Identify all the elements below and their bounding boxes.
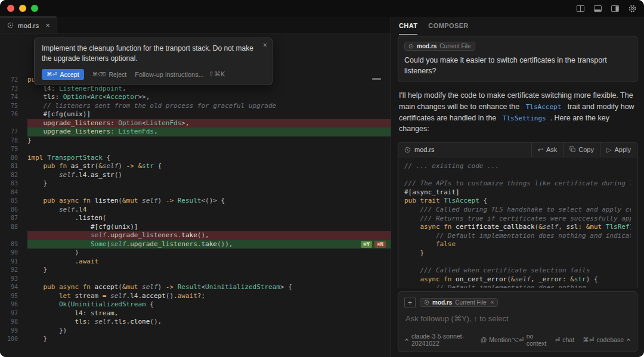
followup-instructions-button[interactable]: Follow-up instructions... ⇧⌘K: [135, 70, 225, 78]
line-number: 76: [0, 110, 27, 119]
code-line: 79: [0, 145, 391, 154]
chevron-up-icon: [626, 337, 631, 342]
rust-file-icon: [7, 22, 14, 29]
line-number: 96: [0, 300, 27, 309]
line-number: 90: [0, 249, 27, 257]
chat-submit-button[interactable]: ⏎ chat: [555, 336, 574, 343]
context-chip[interactable]: mod.rs Current File: [404, 42, 475, 51]
split-editor-icon[interactable]: [576, 4, 585, 13]
line-number: 95: [0, 292, 27, 301]
inline-code-chip: TlsSettings: [500, 114, 549, 122]
line-number: 79: [0, 145, 27, 154]
apply-button[interactable]: ▷ Apply: [600, 142, 637, 157]
reject-button[interactable]: ⌘⌫ Reject: [92, 71, 127, 78]
window-controls: [7, 5, 38, 12]
chip-filename: mod.rs: [432, 299, 452, 306]
diff-accept-badge[interactable]: ⌘Y: [361, 241, 372, 248]
code-line: 98 tls: self.tls.clone(),: [0, 318, 391, 327]
code-editor[interactable]: 72pub(crate) struct TransportStack {73 l…: [0, 34, 391, 357]
line-number: [0, 231, 27, 240]
code-line: async fn certificate_callback(&self, ssl…: [404, 223, 631, 232]
inline-code-chip: TlsAccept: [524, 103, 564, 111]
app-window: mod.rs × 72pub(crate) struct TransportSt…: [0, 0, 644, 357]
apply-play-icon: ▷: [606, 146, 611, 154]
code-line: 90 ): [0, 249, 391, 257]
context-chip[interactable]: mod.rs Current File ×: [420, 298, 498, 307]
code-line: /// Called when certificate selection fa…: [404, 266, 631, 275]
diff-reject-badge[interactable]: ⌘N: [374, 241, 386, 248]
editor-code: 72pub(crate) struct TransportStack {73 l…: [0, 76, 391, 344]
user-message: mod.rs Current File Could you make it ea…: [398, 36, 637, 82]
line-number: 72: [0, 76, 27, 85]
toggle-panel-icon[interactable]: [593, 4, 602, 13]
copy-button[interactable]: Copy: [563, 142, 600, 157]
mention-button[interactable]: @ Mention: [481, 336, 512, 343]
chat-tab-bar: CHAT COMPOSER: [391, 17, 644, 35]
line-number: 81: [0, 162, 27, 171]
code-line: #[async_trait]: [404, 188, 631, 197]
code-line: /// The APIs to customize things like ce…: [404, 179, 631, 188]
line-number: 91: [0, 257, 27, 266]
rust-file-icon: [424, 300, 429, 305]
line-number: 99: [0, 327, 27, 336]
code-line: 75 // listeners sent from the old proces…: [0, 102, 391, 111]
ask-button[interactable]: ↩ Ask: [531, 142, 564, 157]
ask-arrow-icon: ↩: [538, 146, 543, 154]
close-window-button[interactable]: [7, 5, 14, 12]
chip-close-icon[interactable]: ×: [491, 299, 494, 306]
no-context-button[interactable]: ⌥⏎ no context: [512, 333, 547, 347]
chip-tag: Current File: [439, 43, 470, 49]
accept-shortcut: ⌘⏎: [47, 71, 57, 77]
followup-input[interactable]: Ask followup (⌘Y), ↑ to select: [405, 314, 631, 323]
code-line: 99 }): [0, 327, 391, 336]
chat-input-box[interactable]: + mod.rs Current File × Ask followup (⌘Y…: [398, 291, 637, 352]
zoom-window-button[interactable]: [31, 5, 38, 12]
add-context-button[interactable]: +: [404, 297, 416, 308]
code-line: 80impl TransportStack {: [0, 154, 391, 163]
line-number: 77: [0, 128, 27, 136]
chat-history[interactable]: mod.rs Current File Could you make it ea…: [391, 35, 644, 288]
line-number: 80: [0, 154, 27, 163]
chat-code-block: mod.rs ↩ Ask Copy: [398, 142, 637, 288]
toggle-secondary-sidebar-icon[interactable]: [611, 4, 620, 13]
tab-composer[interactable]: COMPOSER: [428, 17, 468, 35]
code-line: 84: [0, 188, 391, 197]
code-line: 96 Ok(UninitializedStream {: [0, 300, 391, 309]
minimize-window-button[interactable]: [19, 5, 26, 12]
line-number: 92: [0, 266, 27, 275]
code-line: // Default implementation does nothing a…: [404, 232, 631, 241]
tab-chat[interactable]: CHAT: [399, 17, 417, 35]
line-number: 82: [0, 171, 27, 180]
code-line: 81 pub fn as_str(&self) -> &str {: [0, 162, 391, 171]
code-line: 86 self.l4: [0, 206, 391, 215]
code-line: 89 Some(self.upgrade_listeners.take()),⌘…: [0, 240, 391, 249]
model-selector[interactable]: claude-3-5-sonnet-20241022: [404, 333, 472, 347]
code-line: 77 upgrade_listeners: ListenFds,: [0, 128, 391, 136]
code-line: 91 .await: [0, 257, 391, 266]
line-number: 78: [0, 136, 27, 145]
line-number: 75: [0, 102, 27, 111]
code-line: 78}: [0, 136, 391, 145]
code-line: 82 self.l4.as_str(): [0, 171, 391, 180]
titlebar: [0, 0, 644, 17]
tab-close-icon[interactable]: ×: [45, 21, 50, 30]
user-message-text: Could you make it easier to switch certi…: [404, 55, 631, 76]
code-line: 76 #[cfg(unix)]: [0, 110, 391, 119]
code-line: 93: [0, 275, 391, 284]
line-number: 83: [0, 179, 27, 188]
rust-file-icon: [404, 147, 411, 153]
input-toolbar: claude-3-5-sonnet-20241022 @ Mention ⌥⏎ …: [404, 331, 631, 348]
settings-gear-icon[interactable]: [628, 4, 637, 13]
line-number: 84: [0, 188, 27, 197]
line-number: 73: [0, 85, 27, 94]
code-line: 74 tls: Option<Arc<Acceptor>>,: [0, 93, 391, 102]
popup-close-icon[interactable]: ×: [263, 41, 267, 49]
code-line: pub trait TlsAccept {: [404, 197, 631, 206]
accept-button[interactable]: ⌘⏎ Accept: [42, 69, 84, 80]
code-line: // ... existing code ...: [404, 162, 631, 171]
line-number: 85: [0, 197, 27, 206]
popup-prompt-text: Implement the cleanup function for the t…: [42, 44, 265, 64]
codebase-submit-button[interactable]: ⌘⏎ codebase: [583, 336, 631, 343]
tab-mod-rs[interactable]: mod.rs ×: [0, 17, 57, 33]
line-number: 86: [0, 206, 27, 215]
